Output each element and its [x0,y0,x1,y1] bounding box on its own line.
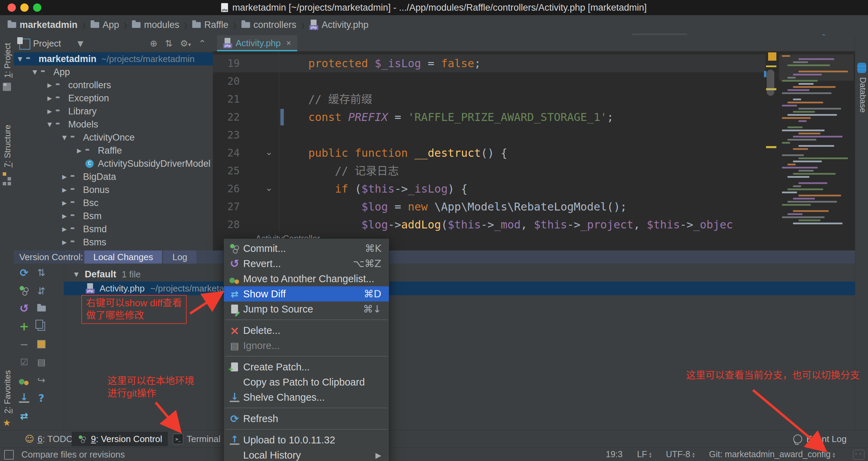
menu-item-revert[interactable]: ↺Revert...⌥⌘Z [224,256,389,271]
caret-position-widget[interactable]: 19:3 [606,449,623,459]
menu-item-refresh[interactable]: ⟳Refresh [224,411,389,426]
structure-stripe-group[interactable]: 7: Structure [3,121,12,181]
vc-toolbar-button-checkbox[interactable]: ☑ [17,355,31,369]
vc-toolbar-button-expand-all[interactable]: ⇅ [34,266,48,279]
tree-item-bsms[interactable]: ▶Bsms [14,236,213,249]
tree-item-app[interactable]: ▼App [14,65,213,79]
menu-item-show-diff[interactable]: ⇄Show Diff⌘D [224,286,389,301]
gear-icon[interactable]: ⚙▾ [180,38,191,49]
vc-toolbar-button-collapse-all[interactable]: ⇅ [34,284,48,297]
chevron-down-icon[interactable]: ▼ [78,39,83,48]
chevron-right-icon[interactable]: ▶ [61,173,68,180]
code-line-24[interactable]: 24 public function __destruct() { [213,144,765,162]
scroll-from-source-icon[interactable]: ⇅ [165,38,173,49]
sidebar-item-favorites[interactable]: 2: Favorites [3,368,12,413]
tree-item-library[interactable]: ▶Library [14,105,213,118]
locate-file-icon[interactable]: ⊕ [150,38,157,49]
chevron-down-icon[interactable]: ▼ [61,134,68,141]
chevron-down-icon[interactable]: ▼ [31,69,38,75]
tree-item-models[interactable]: ▼Models [14,118,213,131]
favorites-stripe-group[interactable]: 2: Favorites ★ [3,368,12,428]
tree-item-raffle[interactable]: ▶Raffle [14,144,213,157]
tab-log[interactable]: Log [163,250,196,264]
tree-item-controllers[interactable]: ▶controllers [14,79,213,92]
tree-item-bigdata[interactable]: ▶BigData [14,170,213,183]
tree-item-bsmd[interactable]: ▶Bsmd [14,223,213,236]
vc-toolbar-button-group-by[interactable] [34,301,48,315]
sidebar-item-structure[interactable]: 7: Structure [3,121,12,167]
menu-item-move-to-another-changelist[interactable]: Move to Another Changelist... [224,271,389,286]
collapse-all-icon[interactable]: ⌃ [198,38,206,49]
chevron-down-icon[interactable]: ▼ [74,271,79,278]
menu-item-copy-as-patch-to-clipboard[interactable]: Copy as Patch to Clipboard [224,375,389,390]
sidebar-item-project[interactable]: 1: Project [3,39,12,78]
git-branch-widget[interactable]: Git: marketadmin_award_config▴▾ [709,449,835,459]
close-window-button[interactable] [8,3,16,12]
breadcrumb-item-activity-php[interactable]: phpActivity.php [309,20,369,30]
chevron-right-icon[interactable]: ▶ [61,199,68,206]
code-line-26[interactable]: 26 if ($this->_isLog) { [213,180,765,198]
code-line-20[interactable]: 20 [213,72,765,90]
vc-toolbar-button-copy[interactable] [34,319,48,333]
tree-item-bonus[interactable]: ▶Bonus [14,183,213,196]
menu-item-shelve-changes[interactable]: ↓Shelve Changes... [224,390,389,405]
breadcrumb-item-marketadmin[interactable]: marketadmin [8,20,78,30]
vcs-change-marker[interactable] [280,109,284,125]
changelist-row[interactable]: ▼ Default 1 file [64,268,141,281]
fold-marker-icon[interactable]: ⌄ [264,147,274,157]
tree-item-bsc[interactable]: ▶Bsc [14,196,213,209]
event-log-button[interactable]: Event Log [793,432,847,446]
vc-toolbar-button-shelve[interactable]: ↓ [17,391,31,405]
chevron-right-icon[interactable]: ▶ [46,108,53,115]
chevron-right-icon[interactable]: ▶ [61,213,68,219]
code-line-22[interactable]: 22 const PREFIX = 'RAFFLE_PRIZE_AWARD_ST… [213,108,765,126]
vc-toolbar-button-revert[interactable]: ↺ [17,301,31,315]
tree-item-bsm[interactable]: ▶Bsm [14,209,213,223]
vc-toolbar-button-refresh[interactable]: ⟳ [17,266,31,279]
vc-toolbar-button-remove[interactable]: − [17,337,31,351]
fold-marker-icon[interactable]: ⌄ [264,183,274,193]
toolwindow-button-version-control[interactable]: 9: Version Control [72,432,168,446]
code-line-25[interactable]: 25 // 记录日志 [213,162,765,180]
breadcrumb-item-app[interactable]: App [91,20,119,30]
breadcrumb-item-raffle[interactable]: Raffle [192,20,228,30]
menu-item-commit[interactable]: Commit...⌘K [224,241,389,256]
vc-toolbar-button-diff[interactable]: ⇄ [17,409,31,423]
chevron-right-icon[interactable]: ▶ [61,239,68,246]
vc-toolbar-button-add[interactable]: + [17,319,31,333]
menu-item-delete[interactable]: ×Delete... [224,323,389,338]
encoding-widget[interactable]: UTF-8▴▾ [666,449,694,459]
chevron-down-icon[interactable]: ▼ [17,55,23,62]
tree-item-marketadmin[interactable]: ▼marketadmin~/projects/marketadmin [14,52,213,65]
chevron-right-icon[interactable]: ▶ [76,147,83,154]
vc-toolbar-button-preview-diff[interactable] [34,337,48,351]
editor-scrollbar-thumb[interactable] [767,70,774,96]
vc-toolbar-button-help[interactable]: ? [34,391,48,405]
vc-toolbar-button-changelist[interactable] [17,373,31,387]
tab-local-changes[interactable]: Local Changes [84,250,162,264]
changed-file-row[interactable]: php Activity.php ~/projects/marketadmin/… [64,281,855,295]
breadcrumb-item-modules[interactable]: modules [132,20,179,30]
chevron-right-icon[interactable]: ▶ [46,95,53,102]
code-line-27[interactable]: 27 $log = new \App\Models\RebateLogModel… [213,198,765,216]
code-line-19[interactable]: 19 protected $_isLog = false; [213,54,765,72]
vc-toolbar-button-checklist[interactable]: ▤ [34,355,48,369]
toolwindow-button-terminal[interactable]: >_Terminal [167,432,226,446]
tree-item-activityonce[interactable]: ▼ActivityOnce [14,131,213,144]
chevron-right-icon[interactable]: ▶ [61,186,68,193]
minimize-window-button[interactable] [20,3,29,12]
zoom-window-button[interactable] [33,3,41,12]
chevron-down-icon[interactable]: ▼ [46,121,53,128]
tree-item-activitysubsidydrivermodel[interactable]: CActivitySubsidyDriverModel [14,157,213,170]
vc-toolbar-button-jump-source[interactable]: ↪ [34,373,48,387]
tree-item-exception[interactable]: ▶Exception [14,92,213,105]
code-line-28[interactable]: 28 $log->addLog($this->_mod, $this->_pro… [213,216,765,234]
chevron-right-icon[interactable]: ▶ [61,226,68,233]
chevron-right-icon[interactable]: ▶ [46,82,53,89]
breadcrumb-item-controllers[interactable]: controllers [241,20,297,30]
menu-item-create-patch[interactable]: Create Patch... [224,359,389,375]
toolwindow-toggle-icon[interactable] [4,450,14,460]
menu-item-upload-to-10-0-11-32[interactable]: ↑Upload to 10.0.11.32 [224,432,389,448]
menu-item-local-history[interactable]: Local History▶ [224,448,389,461]
database-stripe-group[interactable]: Database [857,63,868,113]
